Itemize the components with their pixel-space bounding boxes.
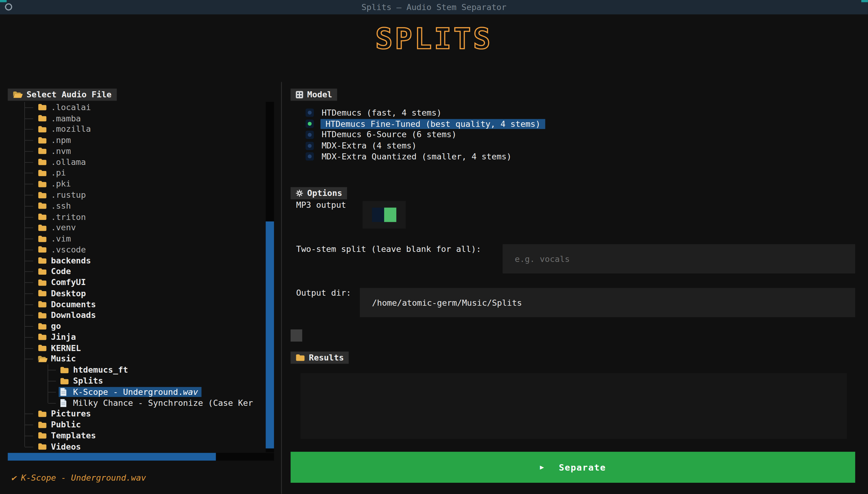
vertical-scrollbar-thumb[interactable] [266,222,274,449]
tree-item-label: .mamba [51,113,81,123]
tree-item-folder[interactable]: backends [7,255,266,266]
folder-icon [38,224,51,231]
results-section-header: Results [291,352,349,364]
tree-item-content: go [37,321,64,331]
tree-item-content: Milky Chance - Synchronize (Case Ker [59,398,256,408]
toggle-off-cell [372,208,384,222]
tree-item-content: .mozilla [37,124,94,134]
tree-item-content: backends [37,255,94,266]
tree-item-folder[interactable]: Documents [7,299,266,310]
tree-item-label: Milky Chance - Synchronize (Case Ker [73,398,253,408]
small-square-widget[interactable] [291,329,302,342]
tree-item-folder[interactable]: Splits [7,375,266,386]
command-palette-icon[interactable] [5,3,12,11]
tree-item-content: .vim [37,234,74,244]
tree-item-folder[interactable]: .pki [7,178,266,190]
two-stem-label: Two-stem split (leave blank for all): [296,244,481,254]
tree-item-content: .ssh [37,201,74,211]
tree-item-label: .rustup [51,190,86,200]
tree-item-folder[interactable]: .localai [7,102,266,113]
horizontal-scrollbar-thumb[interactable] [7,453,216,460]
tree-item-content: Templates [37,431,99,441]
tree-item-folder[interactable]: htdemucs_ft [7,364,266,375]
tree-item-folder[interactable]: KERNEL [7,343,266,354]
separate-button[interactable]: ▶ Separate [291,452,855,483]
folder-icon [38,104,51,111]
mp3-output-toggle[interactable] [363,201,406,229]
tree-item-content: Public [37,420,84,430]
tree-item-folder[interactable]: go [7,321,266,331]
tree-item-label: Public [51,420,81,430]
tree-item-folder[interactable]: .ollama [7,157,266,168]
tree-item-folder[interactable]: .vim [7,233,266,244]
tree-item-folder[interactable]: Downloads [7,310,266,321]
results-list [301,373,847,439]
model-option[interactable]: HTDemucs 6-Source (6 stems) [291,129,855,140]
selected-file-status: ✔ K-Scope - Underground.wav [11,473,146,483]
model-option[interactable]: MDX-Extra Quantized (smaller, 4 stems) [291,151,855,162]
model-option[interactable]: HTDemucs (fast, 4 stems) [291,107,855,118]
tree-item-folder[interactable]: .rustup [7,190,266,201]
tree-item-folder[interactable]: .nvm [7,146,266,157]
tree-item-label: ComfyUI [51,278,86,287]
tree-item-folder[interactable]: .triton [7,211,266,222]
tree-item-label: .pi [51,168,66,178]
file-panel-header-label: Select Audio File [26,90,111,100]
tree-item-folder[interactable]: .npm [7,135,266,146]
radio-icon [306,141,314,150]
tree-item-file[interactable]: Milky Chance - Synchronize (Case Ker [7,397,266,408]
tree-item-label: Downloads [51,310,96,320]
tree-item-label: Documents [51,299,96,309]
tree-item-label: .pki [51,179,71,189]
output-dir-input[interactable] [360,288,855,317]
tree-item-content: .venv [37,223,79,233]
toggle-on-cell [384,208,396,222]
tree-item-folder[interactable]: .venv [7,222,266,233]
tree-item-label: .ssh [51,201,71,211]
folder-icon [60,377,73,384]
folder-icon [38,279,51,286]
tree-item-folder[interactable]: .ssh [7,201,266,211]
tree-vertical-scrollbar[interactable] [266,102,274,452]
tree-item-file[interactable]: K-Scope - Underground.wav [7,386,266,397]
folder-icon [38,322,51,330]
folder-icon [38,235,51,243]
tree-item-label: KERNEL [51,343,81,353]
tree-item-folder[interactable]: Public [7,419,266,430]
tree-item-label: Code [51,266,71,277]
output-dir-label: Output dir: [296,287,351,299]
tree-item-folder[interactable]: Desktop [7,288,266,299]
tree-item-content: Music [37,354,79,364]
play-icon: ▶ [540,463,544,471]
tree-item-folder[interactable]: .vscode [7,244,266,255]
tree-item-folder[interactable]: Code [7,266,266,277]
model-option-label: MDX-Extra (4 stems) [322,141,416,151]
tree-item-folder[interactable]: Templates [7,430,266,441]
model-option[interactable]: MDX-Extra (4 stems) [291,140,855,151]
file-tree[interactable]: .localai.mamba.mozilla.npm.nvm.ollama.pi… [7,102,266,452]
separate-button-label: Separate [559,462,606,473]
tree-item-content: Splits [59,376,107,386]
model-option[interactable]: HTDemucs Fine-Tuned (best quality, 4 ste… [291,118,855,129]
tree-horizontal-scrollbar[interactable] [7,453,274,460]
folder-icon [38,410,51,417]
open-folder-icon [13,91,23,98]
model-option-list[interactable]: HTDemucs (fast, 4 stems)HTDemucs Fine-Tu… [291,107,855,162]
two-stem-input[interactable] [503,244,855,273]
tree-item-folder[interactable]: Music [7,354,266,364]
folder-icon [38,169,51,177]
tree-item-folder[interactable]: .pi [7,168,266,178]
tree-item-folder[interactable]: .mamba [7,113,266,124]
folder-icon [38,158,51,166]
results-section-label: Results [309,353,344,363]
tree-item-folder[interactable]: Jinja [7,331,266,343]
tree-item-label: Pictures [51,409,91,419]
tree-item-folder[interactable]: .mozilla [7,124,266,135]
folder-icon [38,257,51,264]
window-title: Splits — Audio Stem Separator [0,0,868,14]
tree-item-folder[interactable]: ComfyUI [7,277,266,288]
tree-item-folder[interactable]: Pictures [7,408,266,419]
tree-item-content: .vscode [37,245,89,254]
tree-item-folder[interactable]: Videos [7,441,266,452]
tree-item-content: Pictures [37,409,94,419]
